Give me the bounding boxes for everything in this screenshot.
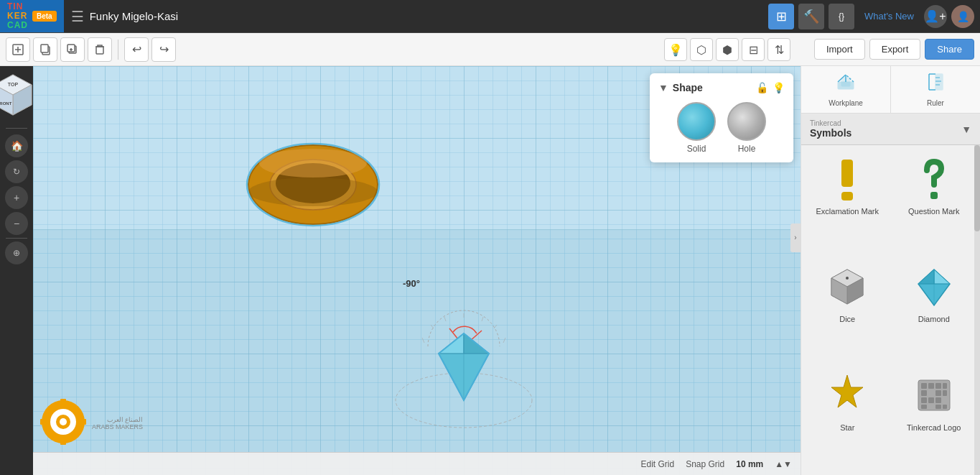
- delete-button[interactable]: [88, 37, 112, 62]
- svg-rect-81: [943, 383, 947, 389]
- shape-item-star[interactable]: Star: [807, 367, 888, 469]
- home-view-button[interactable]: 🏠: [5, 134, 28, 157]
- view-cube[interactable]: TOP FRONT: [0, 72, 37, 121]
- svg-rect-48: [80, 419, 86, 425]
- diamond-rotation-svg: [385, 289, 543, 433]
- edit-grid-button[interactable]: Edit Grid: [640, 459, 674, 469]
- svg-rect-89: [935, 405, 941, 409]
- solid-label: Solid: [687, 144, 706, 154]
- svg-marker-76: [831, 375, 863, 407]
- light-bulb-button[interactable]: 💡: [664, 38, 687, 61]
- shape-item-exclamation-mark[interactable]: Exclamation Mark: [807, 151, 888, 253]
- rotating-diamond-object[interactable]: [385, 289, 543, 433]
- copy-button[interactable]: [33, 37, 57, 62]
- topbar: TIN KER CAD Beta ☰ Funky Migelo-Kasi ⊞ 🔨…: [0, 0, 980, 33]
- shape-panel-header: ▼ Shape 🔓 💡: [658, 82, 785, 93]
- redo-button[interactable]: ↪: [151, 37, 176, 62]
- import-button[interactable]: Import: [814, 39, 865, 60]
- add-user-button[interactable]: 👤+: [924, 5, 947, 28]
- ring-object[interactable]: [234, 134, 378, 228]
- category-prefix: Tinkercad: [810, 119, 851, 127]
- grid-view-button[interactable]: ⊞: [768, 4, 794, 29]
- star-thumb: [818, 370, 876, 420]
- sidebar-collapse-button[interactable]: ›: [790, 223, 801, 252]
- question-mark-label: Question Mark: [908, 207, 960, 216]
- ruler-label: Ruler: [927, 99, 944, 107]
- svg-rect-84: [943, 390, 947, 396]
- svg-rect-55: [841, 78, 850, 86]
- exclamation-mark-label: Exclamation Mark: [816, 207, 879, 216]
- category-header: Tinkercad Symbols ▼: [801, 114, 980, 145]
- watermark-english: ARABS MAKERS: [92, 423, 143, 430]
- solid-option[interactable]: Solid: [677, 102, 716, 154]
- sidebar-divider-2: [6, 238, 27, 239]
- shape-panel-title: Shape: [673, 82, 756, 93]
- share-button[interactable]: Share: [925, 39, 974, 60]
- svg-point-50: [60, 418, 67, 425]
- svg-rect-56: [935, 74, 943, 90]
- watermark: الصناع العرب ARABS MAKERS: [39, 397, 143, 449]
- hole-option[interactable]: Hole: [727, 102, 766, 154]
- shape-item-dice[interactable]: Dice: [807, 259, 888, 361]
- question-mark-thumb: [905, 154, 963, 204]
- shape-item-question-mark[interactable]: Question Mark: [894, 151, 975, 253]
- avatar[interactable]: 👤: [951, 5, 974, 28]
- svg-rect-47: [40, 419, 46, 425]
- duplicate-button[interactable]: [60, 37, 85, 62]
- shape-panel: ▼ Shape 🔓 💡 Solid Hole: [650, 73, 793, 162]
- align-button[interactable]: ⊟: [742, 38, 765, 61]
- watermark-arabic: الصناع العرب: [92, 416, 143, 423]
- right-top-tools: Workplane Ruler: [801, 66, 980, 114]
- code-button[interactable]: {}: [829, 4, 854, 29]
- canvas-area[interactable]: -90° ▼ Shape 🔓 💡 Solid Hole: [33, 66, 801, 475]
- svg-rect-87: [935, 397, 941, 403]
- angle-indicator: -90°: [403, 278, 420, 289]
- flip-button[interactable]: ⇅: [767, 38, 790, 61]
- orbit-button[interactable]: ↻: [5, 160, 28, 183]
- whats-new-button[interactable]: What's New: [859, 11, 920, 22]
- ruler-button[interactable]: Ruler: [891, 66, 980, 113]
- zoom-in-button[interactable]: +: [5, 186, 28, 209]
- svg-rect-64: [841, 192, 853, 200]
- toolbar: ↩ ↪ 💡 ⬡ ⬢ ⊟ ⇅ Import Export Share: [0, 33, 980, 66]
- svg-point-25: [248, 177, 378, 206]
- right-sidebar: Workplane Ruler: [801, 66, 980, 475]
- shape-panel-toggle[interactable]: ▼: [658, 82, 668, 93]
- svg-rect-79: [928, 383, 934, 389]
- category-dropdown-button[interactable]: ▼: [961, 124, 971, 135]
- svg-rect-46: [60, 439, 66, 445]
- shape-item-diamond[interactable]: Diamond: [894, 259, 975, 361]
- shape-visibility-button[interactable]: 💡: [773, 82, 785, 93]
- diamond-thumb: [905, 262, 963, 312]
- svg-rect-65: [930, 192, 938, 199]
- svg-marker-73: [918, 269, 934, 284]
- svg-marker-72: [934, 269, 950, 284]
- category-name: Symbols: [810, 127, 851, 139]
- shape-item-tinkercad-logo[interactable]: Tinkercad Logo: [894, 367, 975, 469]
- tinkercad-logo-thumb: [905, 370, 963, 420]
- ruler-icon: [925, 72, 946, 96]
- shape-lock-button[interactable]: 🔓: [756, 82, 768, 93]
- workplane-button[interactable]: Workplane: [801, 66, 891, 113]
- new-button[interactable]: [6, 37, 30, 62]
- svg-rect-80: [935, 383, 941, 389]
- svg-rect-85: [921, 397, 927, 403]
- tinkercad-logo-label: Tinkercad Logo: [907, 423, 961, 432]
- svg-rect-86: [928, 397, 934, 403]
- project-title[interactable]: Funky Migelo-Kasi: [90, 10, 768, 22]
- undo-button[interactable]: ↩: [124, 37, 149, 62]
- scrollbar-thumb[interactable]: [974, 145, 980, 231]
- hammer-button[interactable]: 🔨: [798, 4, 824, 29]
- shape-tool-button[interactable]: ⬡: [690, 38, 713, 61]
- exclamation-mark-thumb: [818, 154, 876, 204]
- svg-text:FRONT: FRONT: [0, 101, 11, 106]
- shape-panel-icons: 🔓 💡: [756, 82, 785, 93]
- svg-rect-83: [935, 390, 941, 396]
- export-button[interactable]: Export: [869, 39, 921, 60]
- fit-view-button[interactable]: ⊕: [5, 241, 28, 264]
- solid-circle: [677, 102, 716, 141]
- snap-grid-adjust-button[interactable]: ▲▼: [775, 459, 792, 469]
- zoom-out-button[interactable]: −: [5, 212, 28, 235]
- hole-tool-button[interactable]: ⬢: [716, 38, 739, 61]
- star-label: Star: [840, 423, 854, 432]
